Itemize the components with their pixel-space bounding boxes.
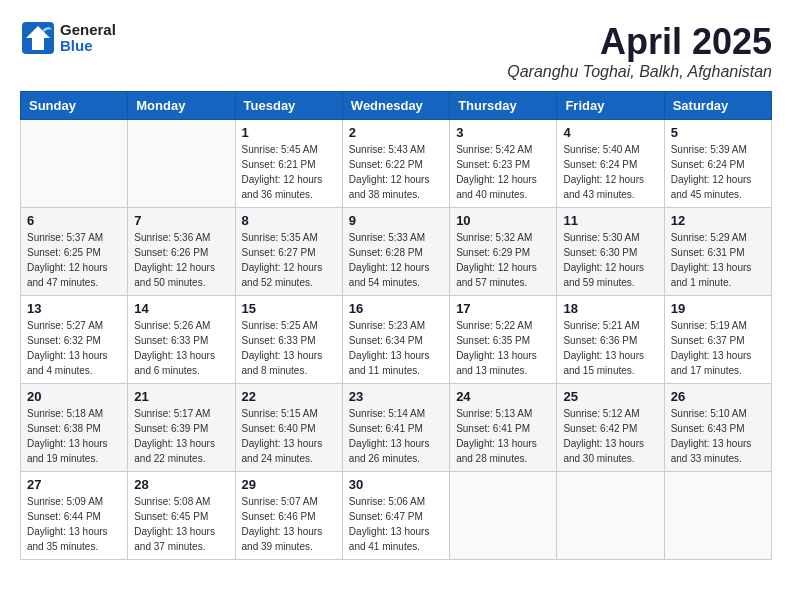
day-number: 28 xyxy=(134,477,228,492)
day-cell: 30Sunrise: 5:06 AM Sunset: 6:47 PM Dayli… xyxy=(342,472,449,560)
day-cell: 11Sunrise: 5:30 AM Sunset: 6:30 PM Dayli… xyxy=(557,208,664,296)
day-cell: 27Sunrise: 5:09 AM Sunset: 6:44 PM Dayli… xyxy=(21,472,128,560)
day-detail: Sunrise: 5:08 AM Sunset: 6:45 PM Dayligh… xyxy=(134,494,228,554)
day-cell: 13Sunrise: 5:27 AM Sunset: 6:32 PM Dayli… xyxy=(21,296,128,384)
day-cell: 28Sunrise: 5:08 AM Sunset: 6:45 PM Dayli… xyxy=(128,472,235,560)
day-cell: 14Sunrise: 5:26 AM Sunset: 6:33 PM Dayli… xyxy=(128,296,235,384)
day-detail: Sunrise: 5:36 AM Sunset: 6:26 PM Dayligh… xyxy=(134,230,228,290)
day-cell: 2Sunrise: 5:43 AM Sunset: 6:22 PM Daylig… xyxy=(342,120,449,208)
day-detail: Sunrise: 5:27 AM Sunset: 6:32 PM Dayligh… xyxy=(27,318,121,378)
day-cell xyxy=(664,472,771,560)
day-cell: 10Sunrise: 5:32 AM Sunset: 6:29 PM Dayli… xyxy=(450,208,557,296)
day-number: 9 xyxy=(349,213,443,228)
day-cell: 3Sunrise: 5:42 AM Sunset: 6:23 PM Daylig… xyxy=(450,120,557,208)
logo-name: General Blue xyxy=(60,22,116,55)
day-detail: Sunrise: 5:29 AM Sunset: 6:31 PM Dayligh… xyxy=(671,230,765,290)
day-detail: Sunrise: 5:25 AM Sunset: 6:33 PM Dayligh… xyxy=(242,318,336,378)
day-detail: Sunrise: 5:40 AM Sunset: 6:24 PM Dayligh… xyxy=(563,142,657,202)
location: Qaranghu Toghai, Balkh, Afghanistan xyxy=(507,63,772,81)
day-number: 29 xyxy=(242,477,336,492)
day-number: 23 xyxy=(349,389,443,404)
day-detail: Sunrise: 5:32 AM Sunset: 6:29 PM Dayligh… xyxy=(456,230,550,290)
day-detail: Sunrise: 5:13 AM Sunset: 6:41 PM Dayligh… xyxy=(456,406,550,466)
day-cell: 26Sunrise: 5:10 AM Sunset: 6:43 PM Dayli… xyxy=(664,384,771,472)
calendar: SundayMondayTuesdayWednesdayThursdayFrid… xyxy=(20,91,772,560)
day-number: 1 xyxy=(242,125,336,140)
day-number: 13 xyxy=(27,301,121,316)
day-cell xyxy=(128,120,235,208)
day-detail: Sunrise: 5:39 AM Sunset: 6:24 PM Dayligh… xyxy=(671,142,765,202)
day-detail: Sunrise: 5:43 AM Sunset: 6:22 PM Dayligh… xyxy=(349,142,443,202)
day-number: 19 xyxy=(671,301,765,316)
header: General Blue April 2025 Qaranghu Toghai,… xyxy=(20,20,772,81)
day-number: 27 xyxy=(27,477,121,492)
day-cell: 12Sunrise: 5:29 AM Sunset: 6:31 PM Dayli… xyxy=(664,208,771,296)
day-detail: Sunrise: 5:33 AM Sunset: 6:28 PM Dayligh… xyxy=(349,230,443,290)
day-detail: Sunrise: 5:12 AM Sunset: 6:42 PM Dayligh… xyxy=(563,406,657,466)
day-detail: Sunrise: 5:35 AM Sunset: 6:27 PM Dayligh… xyxy=(242,230,336,290)
day-detail: Sunrise: 5:07 AM Sunset: 6:46 PM Dayligh… xyxy=(242,494,336,554)
day-cell: 25Sunrise: 5:12 AM Sunset: 6:42 PM Dayli… xyxy=(557,384,664,472)
col-header-sunday: Sunday xyxy=(21,92,128,120)
day-cell: 20Sunrise: 5:18 AM Sunset: 6:38 PM Dayli… xyxy=(21,384,128,472)
day-cell: 1Sunrise: 5:45 AM Sunset: 6:21 PM Daylig… xyxy=(235,120,342,208)
col-header-saturday: Saturday xyxy=(664,92,771,120)
day-cell: 6Sunrise: 5:37 AM Sunset: 6:25 PM Daylig… xyxy=(21,208,128,296)
day-detail: Sunrise: 5:42 AM Sunset: 6:23 PM Dayligh… xyxy=(456,142,550,202)
day-cell xyxy=(557,472,664,560)
day-number: 10 xyxy=(456,213,550,228)
day-detail: Sunrise: 5:23 AM Sunset: 6:34 PM Dayligh… xyxy=(349,318,443,378)
day-cell: 18Sunrise: 5:21 AM Sunset: 6:36 PM Dayli… xyxy=(557,296,664,384)
col-header-wednesday: Wednesday xyxy=(342,92,449,120)
day-detail: Sunrise: 5:17 AM Sunset: 6:39 PM Dayligh… xyxy=(134,406,228,466)
day-number: 14 xyxy=(134,301,228,316)
day-detail: Sunrise: 5:22 AM Sunset: 6:35 PM Dayligh… xyxy=(456,318,550,378)
day-cell: 29Sunrise: 5:07 AM Sunset: 6:46 PM Dayli… xyxy=(235,472,342,560)
day-cell: 16Sunrise: 5:23 AM Sunset: 6:34 PM Dayli… xyxy=(342,296,449,384)
day-cell xyxy=(450,472,557,560)
day-number: 6 xyxy=(27,213,121,228)
day-number: 2 xyxy=(349,125,443,140)
day-detail: Sunrise: 5:15 AM Sunset: 6:40 PM Dayligh… xyxy=(242,406,336,466)
day-detail: Sunrise: 5:06 AM Sunset: 6:47 PM Dayligh… xyxy=(349,494,443,554)
day-detail: Sunrise: 5:10 AM Sunset: 6:43 PM Dayligh… xyxy=(671,406,765,466)
day-cell: 17Sunrise: 5:22 AM Sunset: 6:35 PM Dayli… xyxy=(450,296,557,384)
day-number: 16 xyxy=(349,301,443,316)
week-row-2: 6Sunrise: 5:37 AM Sunset: 6:25 PM Daylig… xyxy=(21,208,772,296)
day-cell: 4Sunrise: 5:40 AM Sunset: 6:24 PM Daylig… xyxy=(557,120,664,208)
day-cell: 23Sunrise: 5:14 AM Sunset: 6:41 PM Dayli… xyxy=(342,384,449,472)
day-cell: 21Sunrise: 5:17 AM Sunset: 6:39 PM Dayli… xyxy=(128,384,235,472)
day-number: 4 xyxy=(563,125,657,140)
day-detail: Sunrise: 5:37 AM Sunset: 6:25 PM Dayligh… xyxy=(27,230,121,290)
day-number: 8 xyxy=(242,213,336,228)
day-cell: 7Sunrise: 5:36 AM Sunset: 6:26 PM Daylig… xyxy=(128,208,235,296)
col-header-monday: Monday xyxy=(128,92,235,120)
col-header-tuesday: Tuesday xyxy=(235,92,342,120)
day-number: 15 xyxy=(242,301,336,316)
day-cell xyxy=(21,120,128,208)
day-number: 25 xyxy=(563,389,657,404)
day-number: 30 xyxy=(349,477,443,492)
day-number: 18 xyxy=(563,301,657,316)
day-cell: 5Sunrise: 5:39 AM Sunset: 6:24 PM Daylig… xyxy=(664,120,771,208)
day-detail: Sunrise: 5:45 AM Sunset: 6:21 PM Dayligh… xyxy=(242,142,336,202)
day-detail: Sunrise: 5:19 AM Sunset: 6:37 PM Dayligh… xyxy=(671,318,765,378)
week-row-1: 1Sunrise: 5:45 AM Sunset: 6:21 PM Daylig… xyxy=(21,120,772,208)
day-detail: Sunrise: 5:09 AM Sunset: 6:44 PM Dayligh… xyxy=(27,494,121,554)
col-header-friday: Friday xyxy=(557,92,664,120)
day-number: 20 xyxy=(27,389,121,404)
logo: General Blue xyxy=(20,20,116,56)
day-cell: 9Sunrise: 5:33 AM Sunset: 6:28 PM Daylig… xyxy=(342,208,449,296)
day-detail: Sunrise: 5:14 AM Sunset: 6:41 PM Dayligh… xyxy=(349,406,443,466)
month-title: April 2025 xyxy=(507,20,772,63)
col-header-thursday: Thursday xyxy=(450,92,557,120)
day-number: 3 xyxy=(456,125,550,140)
day-number: 17 xyxy=(456,301,550,316)
day-cell: 19Sunrise: 5:19 AM Sunset: 6:37 PM Dayli… xyxy=(664,296,771,384)
week-row-3: 13Sunrise: 5:27 AM Sunset: 6:32 PM Dayli… xyxy=(21,296,772,384)
day-number: 22 xyxy=(242,389,336,404)
day-detail: Sunrise: 5:18 AM Sunset: 6:38 PM Dayligh… xyxy=(27,406,121,466)
day-detail: Sunrise: 5:26 AM Sunset: 6:33 PM Dayligh… xyxy=(134,318,228,378)
title-area: April 2025 Qaranghu Toghai, Balkh, Afgha… xyxy=(507,20,772,81)
calendar-header-row: SundayMondayTuesdayWednesdayThursdayFrid… xyxy=(21,92,772,120)
